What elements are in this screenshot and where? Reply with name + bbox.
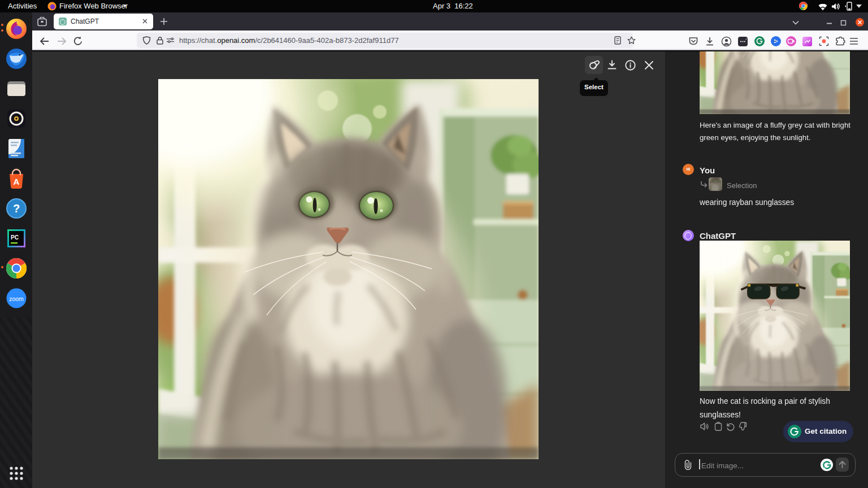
svg-text:A: A [14,177,20,186]
svg-text:PC: PC [11,234,19,241]
svg-text:zoom: zoom [9,295,24,302]
svg-text:?: ? [13,202,20,215]
